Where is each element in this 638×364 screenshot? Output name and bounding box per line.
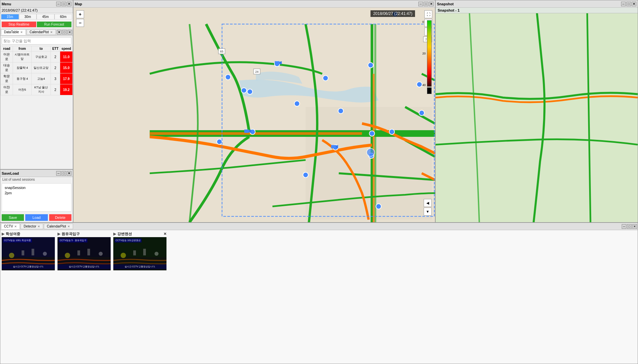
nav-up-btn[interactable]: ◀ <box>424 199 432 207</box>
tab-cctv-close[interactable]: ✕ <box>14 225 17 228</box>
cell-from: 시엠아파트앞 <box>13 51 32 62</box>
time-btn-15m[interactable]: 15m <box>1 14 19 20</box>
tab-calendarplot-bottom-close[interactable]: ✕ <box>67 225 70 228</box>
zoom-out-btn[interactable]: − <box>76 19 84 27</box>
table-row: 학문로 동구청 4 고늠4 3 17.9 <box>1 73 73 84</box>
map-svg: 65 24 7, 3 <box>73 8 435 222</box>
snapshot-close-btn[interactable]: ✕ <box>632 2 636 6</box>
svg-point-5 <box>368 62 373 68</box>
legend-20: 20 <box>422 52 426 55</box>
time-btn-60m[interactable]: 60m <box>54 14 72 20</box>
cctv-close-btn[interactable]: ✕ <box>163 232 166 236</box>
svg-rect-58 <box>143 249 146 255</box>
legend-40: 40 <box>422 83 426 87</box>
svg-point-43 <box>9 253 14 258</box>
cctv-status-2: 실시간 CCTV교통영상입니다. <box>113 264 166 269</box>
session-item[interactable]: snapSession <box>3 185 70 190</box>
menu-tab-bar: DataTable ✕ CalendarPlot ✕ ▼ □ ✕ <box>0 29 73 36</box>
save-btn[interactable]: Save <box>2 214 24 221</box>
time-btn-45m[interactable]: 45m <box>37 14 54 20</box>
arrow-icon-2: ▶ <box>113 232 116 236</box>
tab-calendarplot[interactable]: CalendarPlot ✕ <box>27 29 56 35</box>
time-bar: 15m 30m 45m 60m <box>0 13 73 20</box>
svg-rect-45 <box>22 250 24 255</box>
cell-from: 어찬5 <box>13 84 32 95</box>
tab-bar-max[interactable]: □ <box>62 30 67 35</box>
saveload-close-btn[interactable]: ✕ <box>67 171 71 176</box>
svg-text:24: 24 <box>255 70 259 73</box>
tab-datatable-close[interactable]: ✕ <box>20 31 23 34</box>
legend-0: 0 <box>422 20 426 24</box>
cell-ett: 3 <box>51 73 60 84</box>
nav-down-btn[interactable]: ▼ <box>424 208 432 216</box>
snapshot-title-bar: Snapshot ─ □ ✕ <box>436 0 638 8</box>
legend-labels: 0 20 40 <box>422 20 426 87</box>
session-item[interactable]: 2pm <box>3 190 70 196</box>
tab-datatable-label: DataTable <box>4 30 19 34</box>
session-list[interactable]: snapSession2pm <box>2 183 71 212</box>
svg-point-12 <box>241 88 247 93</box>
menu-minimize-btn[interactable]: ─ <box>56 2 61 6</box>
saveload-minimize-btn[interactable]: ─ <box>56 171 61 176</box>
tab-detector[interactable]: Detector ✕ <box>21 224 43 229</box>
tab-calendarplot-close[interactable]: ✕ <box>50 31 53 34</box>
time-btn-30m[interactable]: 30m <box>19 14 37 20</box>
menu-maximize-btn[interactable]: □ <box>61 2 66 6</box>
legend-black <box>427 87 432 94</box>
map-content: 65 24 7, 3 2018/06/27 (22:41:47) + − ⛶ 🚶… <box>73 8 435 222</box>
saveload-btns: Save Load Delete <box>0 213 73 222</box>
zoom-in-btn[interactable]: + <box>76 10 84 18</box>
svg-rect-34 <box>275 61 279 64</box>
snapshot-minimize-btn[interactable]: ─ <box>621 2 626 6</box>
load-btn[interactable]: Load <box>25 214 48 221</box>
tab-bar-close[interactable]: ✕ <box>67 30 72 35</box>
map-minimize-btn[interactable]: ─ <box>418 2 423 6</box>
cctv-video-2[interactable]: CCTV방송 101강변맨션 실시간 CCTV교통영상입니다. <box>113 237 166 270</box>
cell-to: 일산조교앞 <box>32 62 51 73</box>
svg-point-55 <box>121 253 126 258</box>
delete-btn[interactable]: Delete <box>49 214 71 221</box>
snapshot-subtitle: Snapshot - 1 <box>436 8 638 13</box>
cctv-item: ▶ 원유곡입구 CCTV방송 5 · 원유곡입구 실시간 CCTV교통영상입니다… <box>57 231 111 270</box>
saveload-maximize-btn[interactable]: □ <box>61 171 66 176</box>
cctv-video-1[interactable]: CCTV방송 5 · 원유곡입구 실시간 CCTV교통영상입니다. <box>57 237 111 270</box>
fullscreen-btn[interactable]: ⛶ <box>424 10 432 18</box>
cctv-status-0: 실시간 CCTV교통영상입니다. <box>2 264 55 269</box>
bottom-tab-bar: CCTV ✕ Detector ✕ CalendarPlot ✕ ─ □ ✕ <box>0 223 638 230</box>
col-to: to <box>32 46 51 51</box>
svg-point-10 <box>338 108 344 114</box>
bottom-max-btn[interactable]: □ <box>627 224 632 229</box>
cell-road: 어찬로 <box>1 84 13 95</box>
table-row: 대숭로 잠물락 4 일산조교앞 2 15.0 <box>1 62 73 73</box>
tab-bar-min[interactable]: ▼ <box>57 30 61 35</box>
menu-close-btn[interactable]: ✕ <box>67 2 71 6</box>
snapshot-maximize-btn[interactable]: □ <box>626 2 631 6</box>
cell-ett: 2 <box>51 62 60 73</box>
svg-rect-36 <box>244 130 249 133</box>
stop-realtime-btn[interactable]: Stop Realtime <box>2 22 36 27</box>
svg-rect-38 <box>331 145 336 148</box>
run-forecast-btn[interactable]: Run Forecast <box>37 22 71 27</box>
cell-ett: 2 <box>51 51 60 62</box>
tab-detector-close[interactable]: ✕ <box>38 225 40 228</box>
svg-point-9 <box>294 101 300 106</box>
svg-point-21 <box>303 172 308 178</box>
map-close-btn[interactable]: ✕ <box>429 2 434 6</box>
tab-cctv[interactable]: CCTV ✕ <box>1 224 20 229</box>
cctv-label-1: CCTV방송 5 · 원유곡입구 <box>59 238 87 242</box>
map-timestamp-overlay: 2018/06/27 (22:41:47) <box>371 10 415 17</box>
bottom-min-btn[interactable]: ─ <box>622 224 626 229</box>
snapshot-mini-map <box>436 13 638 222</box>
cell-road: 어은로 <box>1 51 13 62</box>
svg-point-50 <box>99 252 103 256</box>
cctv-video-0[interactable]: CCTV방송 1001.학성여중 실시간 CCTV교통영상입니다. <box>2 237 55 270</box>
table-row: 어찬로 어찬5 KT남 울산지사 2 19.2 <box>1 84 73 95</box>
tab-datatable[interactable]: DataTable ✕ <box>1 29 26 35</box>
search-input[interactable] <box>2 37 71 45</box>
bottom-close-btn[interactable]: ✕ <box>632 224 637 229</box>
tab-calendarplot-bottom[interactable]: CalendarPlot ✕ <box>44 224 73 229</box>
map-maximize-btn[interactable]: □ <box>424 2 428 6</box>
cell-from: 잠물락 4 <box>13 62 32 73</box>
svg-rect-52 <box>87 249 90 255</box>
bottom-panel: CCTV ✕ Detector ✕ CalendarPlot ✕ ─ □ ✕ ▶… <box>0 223 638 364</box>
